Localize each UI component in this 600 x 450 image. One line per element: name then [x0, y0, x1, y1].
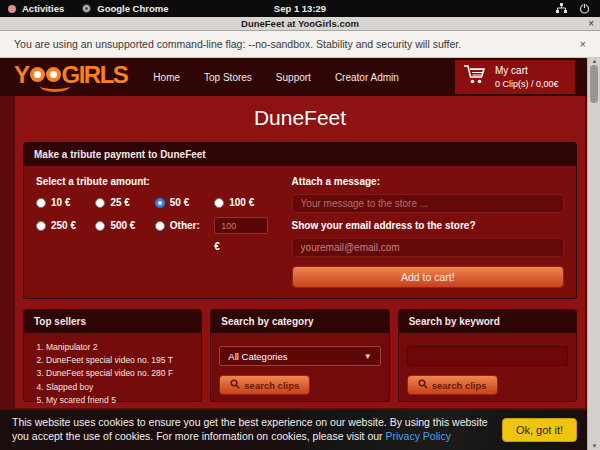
- radio-icon[interactable]: [36, 221, 46, 231]
- message-label: Attach a message:: [292, 176, 564, 187]
- top-seller-item[interactable]: My scared friend 5: [46, 394, 201, 407]
- search-keyword-panel: Search by keyword search clips: [398, 309, 577, 402]
- amount-option-10[interactable]: 10 €: [36, 197, 95, 208]
- amount-option-250[interactable]: 250 €: [36, 220, 95, 231]
- radio-icon[interactable]: [155, 221, 165, 231]
- search-clips-category-button[interactable]: search clips: [219, 375, 310, 395]
- main-nav: Home Top Stores Support Creator Admin: [153, 72, 398, 83]
- nav-creator-admin[interactable]: Creator Admin: [335, 72, 399, 83]
- desktop-top-bar: Activities Google Chrome Sep 1 13:29: [0, 0, 600, 17]
- browser-warning-bar: You are using an unsupported command-lin…: [0, 31, 600, 58]
- cookie-consent-bar: This website uses cookies to ensure you …: [0, 410, 587, 450]
- power-icon[interactable]: [579, 3, 590, 14]
- cart-text: My cart 0 Clip(s) / 0,00€: [495, 64, 559, 90]
- network-icon[interactable]: [556, 3, 567, 14]
- email-label: Show your email address to the store?: [292, 220, 564, 231]
- chrome-icon: [82, 4, 91, 13]
- cart-icon: [463, 64, 487, 90]
- window-title-bar: DuneFeet at YooGirls.com ×: [0, 17, 600, 31]
- search-clips-label: search clips: [432, 380, 487, 391]
- top-seller-item[interactable]: Slapped boy: [46, 381, 201, 394]
- activities-dot-icon: [8, 5, 16, 13]
- radio-icon[interactable]: [214, 198, 224, 208]
- amount-option-100[interactable]: 100 €: [214, 197, 273, 208]
- top-seller-item[interactable]: Manipulator 2: [46, 341, 201, 354]
- cookie-accept-button[interactable]: Ok, got it!: [502, 418, 577, 442]
- scrollbar-up-arrow[interactable]: ▲: [588, 58, 600, 65]
- search-category-panel: Search by category All Categories ▼ sear…: [210, 309, 389, 402]
- search-icon: [230, 379, 240, 391]
- nav-home[interactable]: Home: [153, 72, 180, 83]
- nav-top-stores[interactable]: Top Stores: [204, 72, 252, 83]
- warning-text: You are using an unsupported command-lin…: [14, 38, 461, 50]
- top-sellers-panel: Top sellers Manipulator 2 DuneFeet speci…: [23, 309, 202, 402]
- page-title: DuneFeet: [23, 106, 577, 130]
- other-amount-input[interactable]: [214, 217, 268, 234]
- category-selected-option: All Categories: [228, 351, 287, 362]
- scrollbar[interactable]: ▲ ▼: [587, 58, 600, 450]
- top-seller-item[interactable]: DuneFeet special video no. 195 T: [46, 354, 201, 367]
- app-menu-label: Google Chrome: [97, 3, 168, 14]
- amount-option-50-selected[interactable]: 50 €: [155, 197, 214, 208]
- message-input[interactable]: [292, 194, 564, 213]
- cart-widget[interactable]: My cart 0 Clip(s) / 0,00€: [455, 60, 575, 94]
- window-close-icon[interactable]: ×: [588, 17, 594, 31]
- app-menu-button[interactable]: Google Chrome: [82, 3, 168, 14]
- warning-close-icon[interactable]: ×: [580, 38, 586, 50]
- category-select[interactable]: All Categories ▼: [219, 346, 380, 366]
- panels-row: Top sellers Manipulator 2 DuneFeet speci…: [23, 309, 577, 402]
- search-category-title: Search by category: [211, 310, 388, 333]
- search-icon: [418, 379, 428, 391]
- logo-text-girls: GIRLS: [62, 62, 128, 88]
- search-clips-label: search clips: [244, 380, 299, 391]
- desktop-screen: Activities Google Chrome Sep 1 13:29 Dun…: [0, 0, 600, 450]
- main-container: DuneFeet Make a tribute payment to DuneF…: [15, 96, 585, 408]
- site-header: Y GIRLS Home Top Stores Support Creator …: [0, 58, 587, 96]
- activities-button[interactable]: Activities: [8, 3, 64, 14]
- amount-option-500[interactable]: 500 €: [95, 220, 154, 231]
- cookie-message: This website uses cookies to ensure you …: [12, 416, 490, 443]
- web-page: Y GIRLS Home Top Stores Support Creator …: [0, 58, 600, 450]
- cart-label: My cart: [495, 65, 528, 76]
- scrollbar-down-arrow[interactable]: ▼: [588, 443, 600, 450]
- amount-option-25[interactable]: 25 €: [95, 197, 154, 208]
- window-title: DuneFeet at YooGirls.com: [241, 18, 359, 29]
- add-to-cart-button[interactable]: Add to cart!: [292, 266, 564, 288]
- amount-option-other[interactable]: Other:: [155, 220, 214, 231]
- tribute-panel-title: Make a tribute payment to DuneFeet: [24, 143, 576, 166]
- scrollbar-thumb[interactable]: [590, 65, 598, 103]
- radio-icon[interactable]: [95, 221, 105, 231]
- currency-symbol: €: [214, 241, 273, 252]
- activities-label: Activities: [22, 3, 64, 14]
- radio-checked-icon[interactable]: [155, 198, 165, 208]
- radio-icon[interactable]: [95, 198, 105, 208]
- email-input[interactable]: [292, 238, 564, 257]
- privacy-policy-link[interactable]: Privacy Policy: [386, 430, 451, 442]
- cart-summary: 0 Clip(s) / 0,00€: [495, 79, 559, 89]
- top-sellers-title: Top sellers: [24, 310, 201, 333]
- tribute-panel: Make a tribute payment to DuneFeet Selec…: [23, 142, 577, 299]
- amount-options: 10 € 25 € 50 € 100 € 250 € 500 € Other: …: [36, 197, 274, 252]
- radio-icon[interactable]: [36, 198, 46, 208]
- search-clips-keyword-button[interactable]: search clips: [407, 375, 498, 395]
- search-keyword-title: Search by keyword: [399, 310, 576, 333]
- chevron-down-icon: ▼: [364, 352, 372, 361]
- logo-text-y: Y: [14, 62, 29, 88]
- top-seller-item[interactable]: DuneFeet special video no. 280 F: [46, 367, 201, 380]
- keyword-input[interactable]: [407, 346, 568, 366]
- top-sellers-list: Manipulator 2 DuneFeet special video no.…: [30, 341, 201, 407]
- nav-support[interactable]: Support: [276, 72, 311, 83]
- site-logo[interactable]: Y GIRLS: [14, 62, 127, 92]
- logo-smile-icon: [40, 80, 70, 92]
- amount-label: Select a tribute amount:: [36, 176, 274, 187]
